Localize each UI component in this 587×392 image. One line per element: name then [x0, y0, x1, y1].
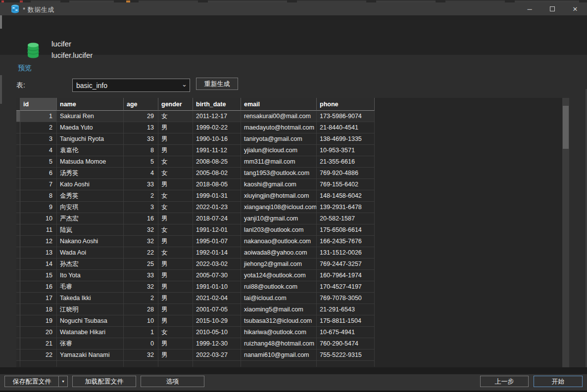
- grid-cell-birth_date[interactable]: 2005-08-02: [193, 168, 241, 179]
- column-header-name[interactable]: name: [57, 98, 124, 111]
- grid-cell-gender[interactable]: 男: [158, 315, 193, 327]
- grid-cell-phone[interactable]: 769-2447-3257: [317, 259, 375, 270]
- grid-cell-email[interactable]: yanji10@gmail.com: [241, 213, 317, 224]
- grid-cell-name[interactable]: Yamazaki Nanami: [57, 349, 124, 361]
- grid-cell-name[interactable]: 毛睿: [57, 281, 124, 293]
- grid-cell-age[interactable]: 16: [124, 213, 158, 224]
- row-selector-gutter[interactable]: [16, 122, 20, 133]
- column-header-age[interactable]: age: [124, 98, 158, 111]
- grid-cell-email[interactable]: yjialun@icloud.com: [241, 145, 317, 156]
- row-selector-gutter[interactable]: [16, 293, 20, 304]
- grid-cell-birth_date[interactable]: 2018-07-24: [193, 213, 241, 224]
- row-selector-gutter[interactable]: [16, 315, 20, 327]
- previous-step-button[interactable]: 上一步: [480, 376, 529, 387]
- grid-cell-phone[interactable]: 170-4527-4197: [317, 281, 375, 293]
- grid-cell-email[interactable]: yota124@outlook.com: [241, 270, 317, 281]
- grid-cell-name[interactable]: 金秀英: [57, 190, 124, 202]
- grid-cell-id[interactable]: 8: [20, 190, 57, 202]
- grid-cell-age[interactable]: 22: [124, 247, 158, 259]
- grid-cell-id[interactable]: 1: [20, 111, 57, 122]
- grid-cell-email[interactable]: jiehong2@gmail.com: [241, 259, 317, 270]
- grid-cell-age[interactable]: 32: [124, 281, 158, 293]
- grid-cell-birth_date[interactable]: 1999-01-31: [193, 190, 241, 202]
- vertical-scrollbar[interactable]: [562, 98, 569, 367]
- grid-cell-name[interactable]: Maeda Yuto: [57, 122, 124, 133]
- column-header-email[interactable]: email: [241, 98, 317, 111]
- grid-cell-phone[interactable]: 755-5222-9315: [317, 349, 375, 361]
- grid-cell-birth_date[interactable]: 1992-01-14: [193, 247, 241, 259]
- grid-cell-age[interactable]: 25: [124, 259, 158, 270]
- grid-cell-age[interactable]: 28: [124, 304, 158, 315]
- row-selector-gutter[interactable]: [16, 349, 20, 361]
- grid-cell-age[interactable]: 0: [124, 338, 158, 349]
- row-selector-gutter[interactable]: [16, 338, 20, 349]
- grid-cell-birth_date[interactable]: 2022-03-02: [193, 259, 241, 270]
- grid-cell-phone[interactable]: 10-953-3571: [317, 145, 375, 156]
- grid-cell-gender[interactable]: 男: [158, 213, 193, 224]
- grid-cell-email[interactable]: rensakurai00@mail.com: [241, 111, 317, 122]
- grid-cell-gender[interactable]: 女: [158, 168, 193, 179]
- row-selector-gutter[interactable]: [16, 156, 20, 168]
- grid-cell-phone[interactable]: 160-7964-1974: [317, 270, 375, 281]
- grid-cell-id[interactable]: 17: [20, 293, 57, 304]
- grid-cell-phone[interactable]: 20-582-1587: [317, 213, 375, 224]
- grid-cell-id[interactable]: 13: [20, 247, 57, 259]
- grid-cell-id[interactable]: 7: [20, 179, 57, 190]
- grid-cell-email[interactable]: xiaoming5@mail.com: [241, 304, 317, 315]
- grid-cell-email[interactable]: hikariwa@outlook.com: [241, 327, 317, 338]
- start-button[interactable]: 开始: [534, 376, 583, 387]
- grid-cell-id[interactable]: 20: [20, 327, 57, 338]
- grid-cell-email[interactable]: lanl203@outlook.com: [241, 224, 317, 236]
- grid-cell-birth_date[interactable]: 1995-01-07: [193, 236, 241, 247]
- grid-cell-email[interactable]: tai@icloud.com: [241, 293, 317, 304]
- grid-cell-name[interactable]: Noguchi Tsubasa: [57, 315, 124, 327]
- grid-cell-age[interactable]: 4: [124, 168, 158, 179]
- grid-cell-birth_date[interactable]: 2008-08-25: [193, 156, 241, 168]
- grid-cell-id[interactable]: 22: [20, 349, 57, 361]
- grid-cell-gender[interactable]: 男: [158, 304, 193, 315]
- grid-cell-id[interactable]: 2: [20, 122, 57, 133]
- grid-cell-name[interactable]: Ito Yota: [57, 270, 124, 281]
- grid-cell-email[interactable]: tang1953@outlook.com: [241, 168, 317, 179]
- grid-cell-birth_date[interactable]: 1991-12-01: [193, 224, 241, 236]
- grid-cell-age[interactable]: 3: [124, 202, 158, 213]
- grid-cell-email[interactable]: kaoshi@gmail.com: [241, 179, 317, 190]
- row-selector-gutter[interactable]: [16, 190, 20, 202]
- grid-cell-phone[interactable]: 10-675-4941: [317, 327, 375, 338]
- grid-cell-gender[interactable]: 女: [158, 224, 193, 236]
- grid-cell-gender[interactable]: 男: [158, 236, 193, 247]
- grid-cell-age[interactable]: 29: [124, 111, 158, 122]
- grid-cell-phone[interactable]: 175-8811-1504: [317, 315, 375, 327]
- grid-cell-gender[interactable]: 男: [158, 179, 193, 190]
- grid-cell-age[interactable]: 32: [124, 349, 158, 361]
- grid-cell-id[interactable]: 19: [20, 315, 57, 327]
- grid-cell-gender[interactable]: 男: [158, 133, 193, 145]
- row-selector-gutter[interactable]: [16, 304, 20, 315]
- grid-cell-phone[interactable]: 769-920-4886: [317, 168, 375, 179]
- grid-cell-phone[interactable]: 166-2435-7676: [317, 236, 375, 247]
- grid-cell-name[interactable]: Wada Aoi: [57, 247, 124, 259]
- grid-cell-email[interactable]: mm311@mail.com: [241, 156, 317, 168]
- grid-cell-id[interactable]: 4: [20, 145, 57, 156]
- grid-cell-name[interactable]: Taniguchi Ryota: [57, 133, 124, 145]
- grid-cell-email[interactable]: aoiwada8@yahoo.com: [241, 247, 317, 259]
- grid-cell-name[interactable]: 江晓明: [57, 304, 124, 315]
- grid-cell-gender[interactable]: 女: [158, 327, 193, 338]
- grid-cell-phone[interactable]: 175-6508-6614: [317, 224, 375, 236]
- grid-cell-gender[interactable]: 女: [158, 156, 193, 168]
- grid-cell-id[interactable]: 18: [20, 304, 57, 315]
- grid-cell-age[interactable]: 32: [124, 224, 158, 236]
- grid-cell-birth_date[interactable]: 1999-02-22: [193, 122, 241, 133]
- grid-cell-email[interactable]: nakanoao@outlook.com: [241, 236, 317, 247]
- grid-cell-phone[interactable]: 21-8440-4541: [317, 122, 375, 133]
- grid-cell-gender[interactable]: 女: [158, 202, 193, 213]
- grid-cell-phone[interactable]: 21-355-6616: [317, 156, 375, 168]
- grid-cell-id[interactable]: 11: [20, 224, 57, 236]
- scrollbar-thumb[interactable]: [563, 106, 569, 149]
- grid-cell-email[interactable]: taniryota@gmail.com: [241, 133, 317, 145]
- grid-cell-id[interactable]: 12: [20, 236, 57, 247]
- grid-cell-id[interactable]: 3: [20, 133, 57, 145]
- grid-cell-birth_date[interactable]: 2022-01-23: [193, 202, 241, 213]
- table-select[interactable]: basic_info ⌄: [72, 79, 190, 92]
- column-header-birth_date[interactable]: birth_date: [193, 98, 241, 111]
